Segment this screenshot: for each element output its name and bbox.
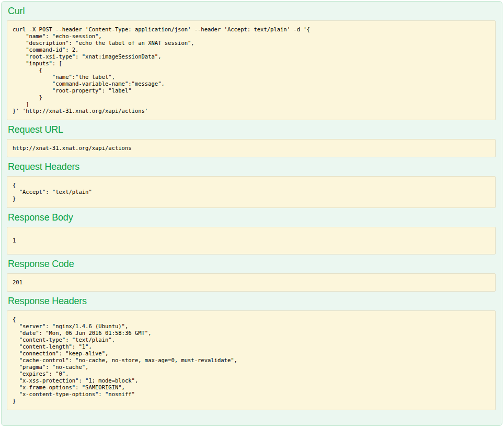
response-headers-heading: Response Headers	[8, 296, 496, 306]
request-url-code-block: http://xnat-31.xnat.org/xapi/actions	[7, 139, 496, 157]
response-body-heading: Response Body	[8, 212, 496, 223]
response-code-code-block: 201	[7, 273, 496, 292]
section-curl: Curl curl -X POST --header 'Content-Type…	[7, 6, 496, 120]
section-request-url: Request URL http://xnat-31.xnat.org/xapi…	[7, 124, 496, 157]
section-request-headers: Request Headers { "Accept": "text/plain"…	[7, 161, 496, 208]
curl-code-block: curl -X POST --header 'Content-Type: app…	[7, 20, 496, 120]
request-url-heading: Request URL	[8, 124, 496, 135]
request-headers-heading: Request Headers	[8, 161, 496, 172]
request-headers-code-block: { "Accept": "text/plain" }	[7, 176, 496, 208]
curl-heading: Curl	[8, 6, 496, 16]
response-headers-code-block: { "server": "nginx/1.4.6 (Ubuntu)", "dat…	[7, 310, 496, 410]
section-response-body: Response Body 1	[7, 212, 496, 255]
response-body-code-block: 1	[7, 227, 496, 255]
response-code-heading: Response Code	[8, 259, 496, 269]
section-response-code: Response Code 201	[7, 259, 496, 292]
section-response-headers: Response Headers { "server": "nginx/1.4.…	[7, 296, 496, 410]
page: Curl curl -X POST --header 'Content-Type…	[0, 0, 504, 428]
api-response-panel: Curl curl -X POST --header 'Content-Type…	[1, 1, 502, 426]
